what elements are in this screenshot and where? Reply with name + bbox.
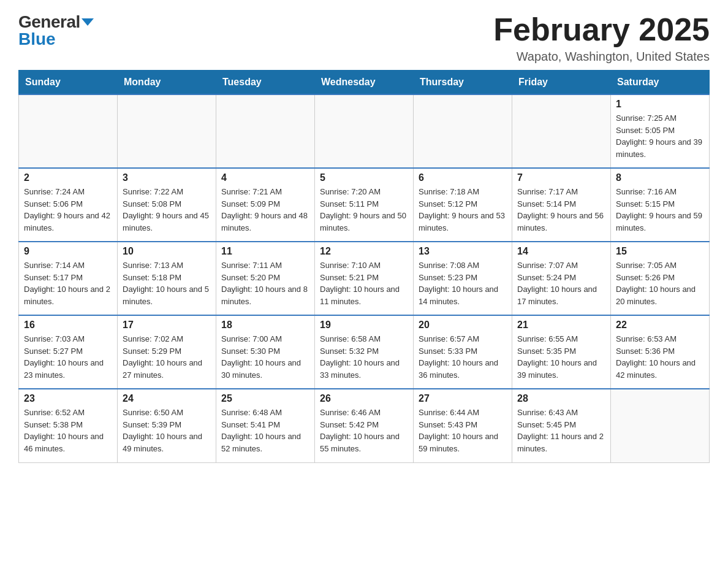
day-info: Sunrise: 7:21 AMSunset: 5:09 PMDaylight:… [221,186,309,234]
calendar-cell: 26Sunrise: 6:46 AMSunset: 5:42 PMDayligh… [315,389,414,462]
day-info: Sunrise: 6:52 AMSunset: 5:38 PMDaylight:… [24,407,112,454]
calendar-week-2: 2Sunrise: 7:24 AMSunset: 5:06 PMDaylight… [19,168,710,242]
day-number: 11 [221,246,309,257]
day-number: 21 [517,320,605,331]
day-info: Sunrise: 6:55 AMSunset: 5:35 PMDaylight:… [517,333,605,381]
day-info: Sunrise: 7:10 AMSunset: 5:21 PMDaylight:… [320,259,408,307]
calendar-cell [414,94,512,168]
calendar-cell: 15Sunrise: 7:05 AMSunset: 5:26 PMDayligh… [611,242,710,315]
calendar-week-3: 9Sunrise: 7:14 AMSunset: 5:17 PMDaylight… [19,242,710,315]
col-thursday: Thursday [414,71,512,95]
day-info: Sunrise: 7:14 AMSunset: 5:17 PMDaylight:… [24,259,112,307]
calendar-cell: 21Sunrise: 6:55 AMSunset: 5:35 PMDayligh… [512,315,611,389]
calendar-cell [611,389,710,462]
day-info: Sunrise: 6:48 AMSunset: 5:41 PMDaylight:… [221,407,309,454]
col-tuesday: Tuesday [216,71,315,95]
day-info: Sunrise: 7:02 AMSunset: 5:29 PMDaylight:… [123,333,211,381]
col-saturday: Saturday [611,71,710,95]
calendar-cell [118,94,216,168]
day-info: Sunrise: 7:16 AMSunset: 5:15 PMDaylight:… [616,186,704,234]
day-number: 15 [616,246,704,257]
day-info: Sunrise: 7:05 AMSunset: 5:26 PMDaylight:… [616,259,704,307]
calendar-cell: 25Sunrise: 6:48 AMSunset: 5:41 PMDayligh… [216,389,315,462]
day-number: 13 [419,246,507,257]
calendar-cell: 11Sunrise: 7:11 AMSunset: 5:20 PMDayligh… [216,242,315,315]
day-info: Sunrise: 7:20 AMSunset: 5:11 PMDaylight:… [320,186,408,234]
calendar-header: Sunday Monday Tuesday Wednesday Thursday… [19,71,710,95]
day-number: 25 [221,393,309,404]
calendar-cell [512,94,611,168]
calendar-cell: 8Sunrise: 7:16 AMSunset: 5:15 PMDaylight… [611,168,710,242]
day-number: 28 [517,393,605,404]
logo-blue: Blue [18,29,56,49]
day-info: Sunrise: 7:17 AMSunset: 5:14 PMDaylight:… [517,186,605,234]
calendar-cell: 27Sunrise: 6:44 AMSunset: 5:43 PMDayligh… [414,389,512,462]
calendar-cell [216,94,315,168]
day-info: Sunrise: 7:18 AMSunset: 5:12 PMDaylight:… [419,186,507,234]
day-number: 14 [517,246,605,257]
calendar-cell: 1Sunrise: 7:25 AMSunset: 5:05 PMDaylight… [611,94,710,168]
calendar-cell: 5Sunrise: 7:20 AMSunset: 5:11 PMDaylight… [315,168,414,242]
day-number: 2 [24,172,112,183]
calendar-cell: 10Sunrise: 7:13 AMSunset: 5:18 PMDayligh… [118,242,216,315]
calendar-cell: 6Sunrise: 7:18 AMSunset: 5:12 PMDaylight… [414,168,512,242]
day-info: Sunrise: 6:53 AMSunset: 5:36 PMDaylight:… [616,333,704,381]
calendar-cell: 28Sunrise: 6:43 AMSunset: 5:45 PMDayligh… [512,389,611,462]
calendar-week-4: 16Sunrise: 7:03 AMSunset: 5:27 PMDayligh… [19,315,710,389]
day-info: Sunrise: 7:13 AMSunset: 5:18 PMDaylight:… [123,259,211,307]
day-number: 18 [221,320,309,331]
day-number: 1 [616,99,704,110]
day-info: Sunrise: 7:22 AMSunset: 5:08 PMDaylight:… [123,186,211,234]
col-sunday: Sunday [19,71,118,95]
day-info: Sunrise: 7:24 AMSunset: 5:06 PMDaylight:… [24,186,112,234]
day-number: 24 [123,393,211,404]
day-number: 20 [419,320,507,331]
day-info: Sunrise: 6:44 AMSunset: 5:43 PMDaylight:… [419,407,507,454]
day-number: 17 [123,320,211,331]
page-title: February 2025 [493,12,710,47]
logo: General Blue [18,12,94,49]
day-info: Sunrise: 6:50 AMSunset: 5:39 PMDaylight:… [123,407,211,454]
calendar-cell: 12Sunrise: 7:10 AMSunset: 5:21 PMDayligh… [315,242,414,315]
calendar-cell: 7Sunrise: 7:17 AMSunset: 5:14 PMDaylight… [512,168,611,242]
day-number: 22 [616,320,704,331]
calendar-cell [315,94,414,168]
day-number: 23 [24,393,112,404]
calendar-cell: 2Sunrise: 7:24 AMSunset: 5:06 PMDaylight… [19,168,118,242]
day-info: Sunrise: 7:03 AMSunset: 5:27 PMDaylight:… [24,333,112,381]
day-info: Sunrise: 7:25 AMSunset: 5:05 PMDaylight:… [616,112,704,160]
calendar-table: Sunday Monday Tuesday Wednesday Thursday… [18,70,710,463]
calendar-cell: 9Sunrise: 7:14 AMSunset: 5:17 PMDaylight… [19,242,118,315]
page-subtitle: Wapato, Washington, United States [493,50,710,64]
calendar-cell [19,94,118,168]
calendar-cell: 20Sunrise: 6:57 AMSunset: 5:33 PMDayligh… [414,315,512,389]
day-number: 26 [320,393,408,404]
day-info: Sunrise: 6:58 AMSunset: 5:32 PMDaylight:… [320,333,408,381]
day-number: 6 [419,172,507,183]
day-info: Sunrise: 7:07 AMSunset: 5:24 PMDaylight:… [517,259,605,307]
calendar-cell: 18Sunrise: 7:00 AMSunset: 5:30 PMDayligh… [216,315,315,389]
day-number: 4 [221,172,309,183]
day-number: 10 [123,246,211,257]
calendar-cell: 17Sunrise: 7:02 AMSunset: 5:29 PMDayligh… [118,315,216,389]
calendar-cell: 22Sunrise: 6:53 AMSunset: 5:36 PMDayligh… [611,315,710,389]
day-info: Sunrise: 6:46 AMSunset: 5:42 PMDaylight:… [320,407,408,454]
day-info: Sunrise: 7:00 AMSunset: 5:30 PMDaylight:… [221,333,309,381]
day-number: 8 [616,172,704,183]
title-area: February 2025 Wapato, Washington, United… [493,12,710,64]
logo-triangle-icon [82,18,94,26]
calendar-cell: 13Sunrise: 7:08 AMSunset: 5:23 PMDayligh… [414,242,512,315]
day-number: 9 [24,246,112,257]
day-info: Sunrise: 7:11 AMSunset: 5:20 PMDaylight:… [221,259,309,307]
day-number: 7 [517,172,605,183]
calendar-cell: 16Sunrise: 7:03 AMSunset: 5:27 PMDayligh… [19,315,118,389]
calendar-week-5: 23Sunrise: 6:52 AMSunset: 5:38 PMDayligh… [19,389,710,462]
col-wednesday: Wednesday [315,71,414,95]
calendar-body: 1Sunrise: 7:25 AMSunset: 5:05 PMDaylight… [19,94,710,462]
day-number: 12 [320,246,408,257]
day-info: Sunrise: 6:43 AMSunset: 5:45 PMDaylight:… [517,407,605,454]
page-header: General Blue February 2025 Wapato, Washi… [18,12,710,64]
calendar-cell: 14Sunrise: 7:07 AMSunset: 5:24 PMDayligh… [512,242,611,315]
calendar-cell: 19Sunrise: 6:58 AMSunset: 5:32 PMDayligh… [315,315,414,389]
calendar-cell: 3Sunrise: 7:22 AMSunset: 5:08 PMDaylight… [118,168,216,242]
